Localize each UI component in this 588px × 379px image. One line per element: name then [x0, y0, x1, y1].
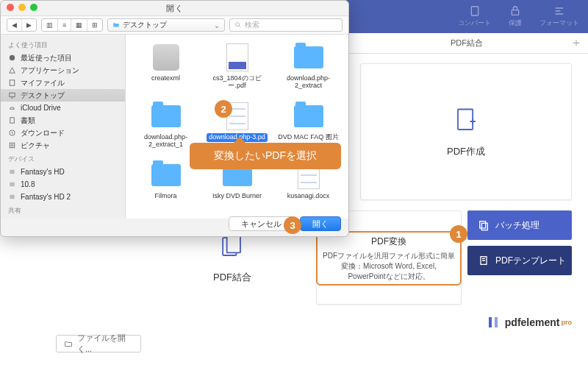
- sidebar-heading: 共有: [1, 203, 125, 217]
- template-button[interactable]: PDFテンプレート: [467, 246, 572, 275]
- folder-open-icon: [64, 339, 73, 348]
- step-badge-3: 3: [284, 216, 301, 234]
- toolbar-item[interactable]: フォーマット: [539, 5, 579, 28]
- file-plus-icon: [450, 105, 482, 138]
- sidebar-item-desktop[interactable]: デスクトップ: [1, 89, 125, 102]
- open-button[interactable]: 開く: [300, 216, 341, 231]
- open-file-button[interactable]: ファイルを開く...: [56, 335, 141, 353]
- dialog-titlebar: 開く: [1, 1, 348, 15]
- traffic-lights[interactable]: [7, 4, 37, 11]
- batch-button[interactable]: バッチ処理: [467, 210, 572, 240]
- svg-rect-2: [458, 110, 473, 130]
- batch-icon: [478, 219, 490, 231]
- svg-rect-1: [512, 10, 518, 15]
- svg-rect-6: [481, 223, 487, 230]
- pdf-icon: [226, 43, 248, 71]
- folder-icon: [294, 105, 323, 127]
- svg-point-9: [10, 55, 15, 60]
- add-icon[interactable]: ＋: [570, 35, 582, 51]
- sidebar-item[interactable]: 10.8: [1, 178, 125, 191]
- svg-rect-4: [227, 235, 240, 253]
- sidebar-item[interactable]: ダウンロード: [1, 127, 125, 139]
- file-grid: createxml cs3_1804のコピー.pdf download.php-…: [126, 35, 348, 219]
- svg-rect-17: [10, 183, 14, 187]
- search-icon: [234, 21, 242, 29]
- svg-rect-14: [10, 143, 14, 147]
- sidebar-heading: デバイス: [1, 152, 125, 166]
- folder-icon: [112, 21, 120, 29]
- svg-point-8: [236, 23, 240, 26]
- sidebar-item[interactable]: ピクチャ: [1, 139, 125, 152]
- sidebar-item[interactable]: Fantasy's HD 2: [1, 191, 125, 203]
- step-badge-1: 1: [450, 225, 467, 243]
- app-icon: [153, 44, 179, 71]
- search-input[interactable]: 検索: [229, 18, 343, 32]
- nav-back-forward[interactable]: ◀▶: [7, 18, 37, 32]
- sidebar-item[interactable]: 書類: [1, 114, 125, 127]
- svg-rect-12: [10, 118, 15, 123]
- toolbar-item[interactable]: 保護: [509, 5, 522, 28]
- callout-select-pdf: 変換したいPDFを選択: [190, 143, 341, 169]
- sidebar-item[interactable]: iCloud Drive: [1, 102, 125, 114]
- file-item[interactable]: cs3_1804のコピー.pdf: [201, 39, 273, 98]
- template-icon: [478, 255, 490, 266]
- sidebar-item[interactable]: アプリケーション: [1, 64, 125, 77]
- folder-icon: [294, 46, 323, 68]
- dialog-sidebar: よく使う項目 最近使った項目 アプリケーション マイファイル デスクトップ iC…: [1, 35, 126, 219]
- svg-rect-11: [10, 93, 15, 96]
- sidebar-item[interactable]: マイファイル: [1, 77, 125, 89]
- svg-point-15: [11, 144, 13, 146]
- toolbar-item[interactable]: コンバート: [458, 5, 491, 28]
- svg-rect-16: [10, 170, 14, 174]
- card-label: PDF結合: [213, 271, 251, 284]
- open-dialog: 開く ◀▶ ▥≡▦⊞ デスクトップ⌄ 検索 よく使う項目 最近使った項目 アプリ…: [0, 0, 349, 237]
- file-item[interactable]: createxml: [130, 39, 201, 98]
- brand-logo: pdfelementpro: [489, 316, 572, 328]
- svg-rect-10: [10, 80, 14, 85]
- svg-rect-18: [10, 195, 14, 199]
- sidebar-heading: よく使う項目: [1, 38, 125, 52]
- sub-bar: PDF結合＋: [345, 33, 588, 54]
- path-bar: ◀▶ ▥≡▦⊞ デスクトップ⌄ 検索: [1, 15, 348, 35]
- view-switcher[interactable]: ▥≡▦⊞: [41, 18, 103, 32]
- step-badge-2: 2: [215, 100, 232, 118]
- card-pdf-create[interactable]: PDF作成: [360, 63, 572, 200]
- folder-icon: [151, 164, 181, 186]
- card-label: PDF作成: [447, 145, 485, 158]
- convert-tooltip: PDF変換 PDFファイルを汎用ファイル形式に簡単変換：Microsoft Wo…: [316, 231, 462, 286]
- app-toolbar: コンバート 保護 フォーマット: [345, 0, 588, 33]
- file-item[interactable]: download.php-2_extract: [273, 39, 344, 98]
- svg-rect-0: [471, 7, 478, 15]
- folder-icon: [151, 105, 181, 127]
- path-dropdown[interactable]: デスクトップ⌄: [107, 18, 225, 32]
- sidebar-item[interactable]: 最近使った項目: [1, 52, 125, 64]
- sidebar-item[interactable]: Fantasy's HD: [1, 166, 125, 178]
- svg-rect-5: [480, 222, 486, 228]
